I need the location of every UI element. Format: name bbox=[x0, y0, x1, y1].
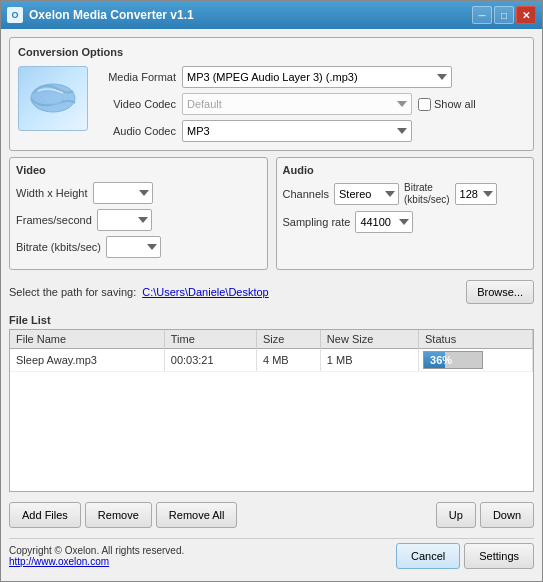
col-newsize: New Size bbox=[320, 330, 418, 349]
close-button[interactable]: ✕ bbox=[516, 6, 536, 24]
width-select[interactable] bbox=[93, 182, 153, 204]
files-table: File Name Time Size New Size Status Slee… bbox=[10, 330, 533, 372]
up-button[interactable]: Up bbox=[436, 502, 476, 528]
down-button[interactable]: Down bbox=[480, 502, 534, 528]
app-icon: O bbox=[7, 7, 23, 23]
bottom-buttons: Add Files Remove Remove All Up Down bbox=[9, 498, 534, 530]
audio-sampling-row: Sampling rate 44100 22050 11025 8000 bbox=[283, 211, 528, 233]
audio-codec-row: Audio Codec MP3 bbox=[96, 120, 525, 142]
video-bitrate-label: Bitrate (kbits/sec) bbox=[16, 241, 101, 253]
fps-select[interactable] bbox=[97, 209, 152, 231]
cell-filename: Sleep Away.mp3 bbox=[10, 349, 164, 372]
progress-bar: 36% bbox=[423, 351, 483, 369]
video-codec-select[interactable]: Default bbox=[182, 93, 412, 115]
footer: Copyright © Oxelon. All rights reserved.… bbox=[9, 538, 534, 573]
footer-text: Copyright © Oxelon. All rights reserved.… bbox=[9, 545, 396, 567]
col-time: Time bbox=[164, 330, 256, 349]
col-status: Status bbox=[419, 330, 533, 349]
path-value: C:\Users\Daniele\Desktop bbox=[142, 286, 460, 298]
media-format-label: Media Format bbox=[96, 71, 176, 83]
path-label: Select the path for saving: bbox=[9, 286, 136, 298]
video-section: Video Width x Height Frames/second Bitra… bbox=[9, 157, 268, 270]
audio-codec-label: Audio Codec bbox=[96, 125, 176, 137]
col-filename: File Name bbox=[10, 330, 164, 349]
conversion-options-content: Media Format MP3 (MPEG Audio Layer 3) (.… bbox=[18, 66, 525, 142]
footer-buttons: Cancel Settings bbox=[396, 543, 534, 569]
show-all-label[interactable]: Show all bbox=[418, 98, 476, 111]
media-format-row: Media Format MP3 (MPEG Audio Layer 3) (.… bbox=[96, 66, 525, 88]
video-wh-row: Width x Height bbox=[16, 182, 261, 204]
conversion-options-title: Conversion Options bbox=[18, 46, 525, 58]
video-bitrate-row: Bitrate (kbits/sec) bbox=[16, 236, 261, 258]
video-codec-label: Video Codec bbox=[96, 98, 176, 110]
website-link[interactable]: http://www.oxelon.com bbox=[9, 556, 109, 567]
settings-button[interactable]: Settings bbox=[464, 543, 534, 569]
table-row[interactable]: Sleep Away.mp3 00:03:21 4 MB 1 MB 36% bbox=[10, 349, 533, 372]
fps-label: Frames/second bbox=[16, 214, 92, 226]
progress-label: 36% bbox=[424, 354, 452, 366]
window-title: Oxelon Media Converter v1.1 bbox=[29, 8, 472, 22]
add-files-button[interactable]: Add Files bbox=[9, 502, 81, 528]
cell-size: 4 MB bbox=[256, 349, 320, 372]
table-header-row: File Name Time Size New Size Status bbox=[10, 330, 533, 349]
channels-select[interactable]: Stereo Mono bbox=[334, 183, 399, 205]
main-window: O Oxelon Media Converter v1.1 ─ □ ✕ Conv… bbox=[0, 0, 543, 582]
audio-section-title: Audio bbox=[283, 164, 528, 176]
cancel-button[interactable]: Cancel bbox=[396, 543, 460, 569]
cell-status: 36% bbox=[419, 349, 533, 372]
wh-label: Width x Height bbox=[16, 187, 88, 199]
maximize-button[interactable]: □ bbox=[494, 6, 514, 24]
audio-channels-row: Channels Stereo Mono Bitrate(kbits/sec) … bbox=[283, 182, 528, 206]
cell-newsize: 1 MB bbox=[320, 349, 418, 372]
svg-point-1 bbox=[43, 92, 63, 104]
remove-all-button[interactable]: Remove All bbox=[156, 502, 238, 528]
audio-bitrate-select[interactable]: 128 64 192 256 320 bbox=[455, 183, 497, 205]
video-codec-row: Video Codec Default Show all bbox=[96, 93, 525, 115]
media-format-select[interactable]: MP3 (MPEG Audio Layer 3) (.mp3) bbox=[182, 66, 452, 88]
video-bitrate-select[interactable] bbox=[106, 236, 161, 258]
video-audio-row: Video Width x Height Frames/second Bitra… bbox=[9, 157, 534, 270]
conversion-options-group: Conversion Options Media F bbox=[9, 37, 534, 151]
sampling-rate-select[interactable]: 44100 22050 11025 8000 bbox=[355, 211, 413, 233]
sampling-label: Sampling rate bbox=[283, 216, 351, 228]
browse-button[interactable]: Browse... bbox=[466, 280, 534, 304]
file-list-section: File List File Name Time Size New Size S… bbox=[9, 314, 534, 492]
col-size: Size bbox=[256, 330, 320, 349]
path-row: Select the path for saving: C:\Users\Dan… bbox=[9, 276, 534, 308]
audio-bitrate-group: Bitrate(kbits/sec) bbox=[404, 182, 450, 206]
audio-section: Audio Channels Stereo Mono Bitrate(kbits… bbox=[276, 157, 535, 270]
video-section-title: Video bbox=[16, 164, 261, 176]
content-area: Conversion Options Media F bbox=[1, 29, 542, 581]
remove-button[interactable]: Remove bbox=[85, 502, 152, 528]
audio-bitrate-label: Bitrate(kbits/sec) bbox=[404, 182, 450, 206]
cell-time: 00:03:21 bbox=[164, 349, 256, 372]
media-icon bbox=[18, 66, 88, 131]
channels-label: Channels bbox=[283, 188, 329, 200]
minimize-button[interactable]: ─ bbox=[472, 6, 492, 24]
options-grid: Media Format MP3 (MPEG Audio Layer 3) (.… bbox=[96, 66, 525, 142]
video-fps-row: Frames/second bbox=[16, 209, 261, 231]
file-table: File Name Time Size New Size Status Slee… bbox=[9, 329, 534, 492]
show-all-checkbox[interactable] bbox=[418, 98, 431, 111]
title-bar: O Oxelon Media Converter v1.1 ─ □ ✕ bbox=[1, 1, 542, 29]
file-list-title: File List bbox=[9, 314, 534, 326]
copyright-text: Copyright © Oxelon. All rights reserved. bbox=[9, 545, 396, 556]
audio-codec-select[interactable]: MP3 bbox=[182, 120, 412, 142]
window-controls: ─ □ ✕ bbox=[472, 6, 536, 24]
